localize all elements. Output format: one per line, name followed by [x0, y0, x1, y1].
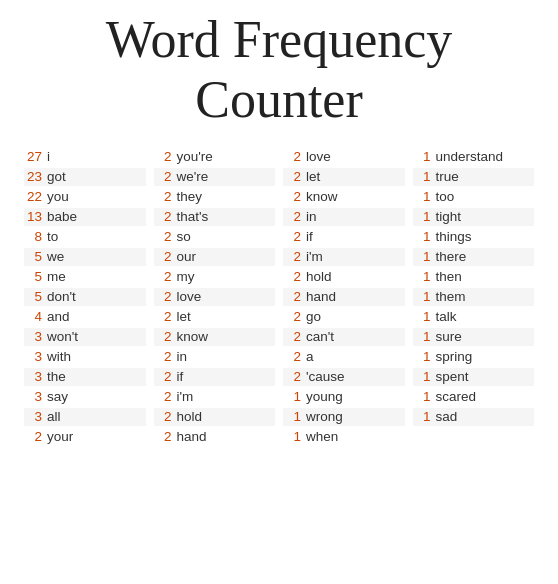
word-entry: 2so [154, 228, 276, 246]
word-text: go [306, 309, 321, 324]
word-entry: 1sad [413, 408, 535, 426]
word-entry: 2i'm [283, 248, 405, 266]
word-count: 3 [24, 389, 42, 404]
word-text: and [47, 309, 70, 324]
word-text: can't [306, 329, 334, 344]
word-count: 2 [283, 309, 301, 324]
word-count: 2 [283, 369, 301, 384]
word-entry: 2our [154, 248, 276, 266]
word-entry: 1sure [413, 328, 535, 346]
word-text: won't [47, 329, 78, 344]
word-count: 27 [24, 149, 42, 164]
word-count: 2 [154, 409, 172, 424]
word-text: i'm [177, 389, 194, 404]
word-text: tight [436, 209, 462, 224]
word-text: talk [436, 309, 457, 324]
word-text: things [436, 229, 472, 244]
word-text: too [436, 189, 455, 204]
word-count: 2 [154, 429, 172, 444]
word-count: 2 [154, 289, 172, 304]
word-text: spent [436, 369, 469, 384]
word-count: 2 [283, 269, 301, 284]
word-count: 4 [24, 309, 42, 324]
word-text: sure [436, 329, 462, 344]
word-count: 3 [24, 349, 42, 364]
word-entry: 1understand [413, 148, 535, 166]
word-entry: 1wrong [283, 408, 405, 426]
word-count: 2 [283, 209, 301, 224]
word-text: hold [306, 269, 332, 284]
word-count: 1 [413, 369, 431, 384]
word-text: understand [436, 149, 504, 164]
word-count: 1 [413, 409, 431, 424]
word-text: when [306, 429, 338, 444]
word-text: me [47, 269, 66, 284]
word-count: 1 [413, 149, 431, 164]
word-text: all [47, 409, 61, 424]
word-column-2: 2you're2we're2they2that's2so2our2my2love… [150, 148, 280, 446]
word-text: to [47, 229, 58, 244]
word-text: then [436, 269, 462, 284]
word-entry: 2'cause [283, 368, 405, 386]
word-entry: 1tight [413, 208, 535, 226]
word-entry: 2my [154, 268, 276, 286]
word-count: 2 [154, 249, 172, 264]
word-text: i'm [306, 249, 323, 264]
word-entry: 27i [24, 148, 146, 166]
word-entry: 2let [154, 308, 276, 326]
word-count: 8 [24, 229, 42, 244]
word-text: hand [306, 289, 336, 304]
word-count: 1 [413, 249, 431, 264]
word-entry: 2i'm [154, 388, 276, 406]
word-entry: 2if [154, 368, 276, 386]
word-entry: 1spent [413, 368, 535, 386]
word-count: 2 [154, 209, 172, 224]
word-entry: 1scared [413, 388, 535, 406]
word-entry: 8to [24, 228, 146, 246]
word-entry: 2can't [283, 328, 405, 346]
word-text: i [47, 149, 50, 164]
word-text: wrong [306, 409, 343, 424]
word-entry: 1there [413, 248, 535, 266]
word-text: know [306, 189, 338, 204]
word-count: 2 [283, 149, 301, 164]
word-text: in [177, 349, 188, 364]
word-count: 2 [283, 169, 301, 184]
word-text: true [436, 169, 459, 184]
word-text: the [47, 369, 66, 384]
word-entry: 1true [413, 168, 535, 186]
word-entry: 1young [283, 388, 405, 406]
word-count: 5 [24, 289, 42, 304]
word-count: 2 [154, 269, 172, 284]
word-entry: 1then [413, 268, 535, 286]
word-count: 1 [413, 209, 431, 224]
word-entry: 2hold [154, 408, 276, 426]
word-count: 1 [413, 389, 431, 404]
word-count: 5 [24, 269, 42, 284]
word-entry: 2you're [154, 148, 276, 166]
word-entry: 2hand [283, 288, 405, 306]
word-entry: 2in [154, 348, 276, 366]
word-count: 2 [154, 169, 172, 184]
word-entry: 23got [24, 168, 146, 186]
word-count: 5 [24, 249, 42, 264]
word-count: 2 [283, 289, 301, 304]
word-entry: 2know [154, 328, 276, 346]
word-text: you're [177, 149, 213, 164]
word-count: 1 [413, 329, 431, 344]
word-entry: 4and [24, 308, 146, 326]
word-count: 1 [413, 229, 431, 244]
word-text: we [47, 249, 64, 264]
word-count: 2 [154, 349, 172, 364]
word-text: my [177, 269, 195, 284]
word-entry: 1too [413, 188, 535, 206]
word-text: there [436, 249, 467, 264]
word-text: scared [436, 389, 477, 404]
word-text: 'cause [306, 369, 345, 384]
word-entry: 13babe [24, 208, 146, 226]
word-text: them [436, 289, 466, 304]
word-entry: 2we're [154, 168, 276, 186]
word-entry: 2a [283, 348, 405, 366]
word-column-4: 1understand1true1too1tight1things1there1… [409, 148, 539, 446]
word-entry: 1talk [413, 308, 535, 326]
